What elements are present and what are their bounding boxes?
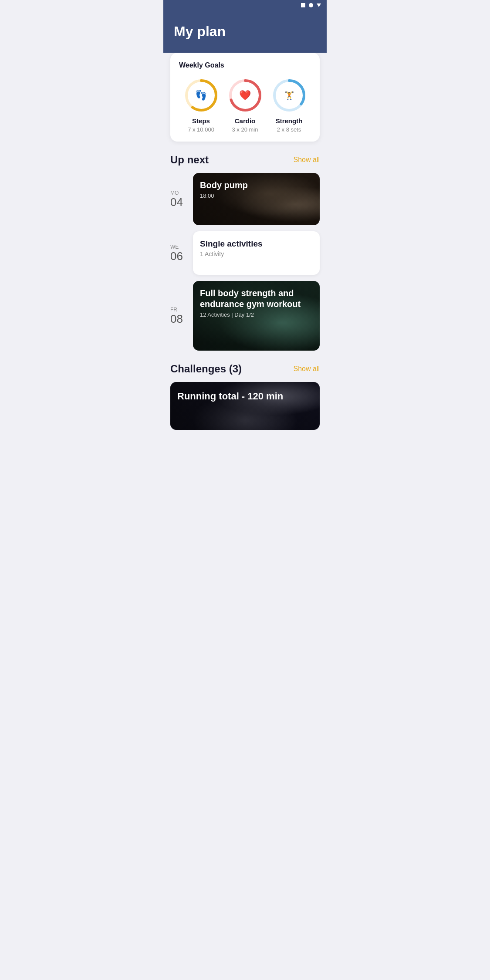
strength-sublabel: 2 x 8 sets bbox=[277, 126, 301, 133]
day-num-06: 06 bbox=[170, 250, 188, 263]
day-label-fr: FR 08 bbox=[170, 307, 188, 325]
svg-point-1 bbox=[309, 3, 313, 7]
goal-steps[interactable]: 👣 Steps 7 x 10,000 bbox=[184, 78, 219, 133]
single-activities-card[interactable]: Single activities 1 Activity bbox=[193, 231, 320, 275]
up-next-title: Up next bbox=[170, 154, 209, 166]
day-abbr-fr: FR bbox=[170, 307, 188, 313]
main-content: Weekly Goals 👣 Steps 7 x 10,000 bbox=[163, 53, 327, 430]
circle-icon bbox=[308, 3, 314, 8]
up-next-show-all[interactable]: Show all bbox=[294, 156, 320, 164]
goal-cardio[interactable]: ❤️ Cardio 3 x 20 min bbox=[228, 78, 263, 133]
list-item[interactable]: MO 04 Body pump 18:00 bbox=[170, 173, 320, 225]
pump-card-content: Body pump 18:00 bbox=[193, 173, 320, 206]
list-item[interactable]: WE 06 Single activities 1 Activity bbox=[170, 231, 320, 275]
activity-list: MO 04 Body pump 18:00 WE 06 Single activ… bbox=[170, 173, 320, 351]
day-abbr-we: WE bbox=[170, 244, 188, 250]
steps-sublabel: 7 x 10,000 bbox=[188, 126, 214, 133]
strength-icon: 🏋️ bbox=[284, 91, 294, 100]
running-challenge-content: Running total - 120 min bbox=[170, 382, 320, 411]
page-title: My plan bbox=[174, 24, 316, 40]
steps-label: Steps bbox=[192, 117, 210, 125]
up-next-header: Up next Show all bbox=[170, 154, 320, 166]
goal-strength[interactable]: 🏋️ Strength 2 x 8 sets bbox=[272, 78, 307, 133]
running-title: Running total - 120 min bbox=[177, 391, 313, 402]
square-icon bbox=[301, 3, 306, 8]
pump-subtitle: 18:00 bbox=[200, 193, 313, 199]
svg-marker-2 bbox=[317, 3, 321, 7]
gym-title: Full body strength and endurance gym wor… bbox=[200, 288, 313, 310]
gym-subtitle: 12 Activities | Day 1/2 bbox=[200, 311, 313, 318]
day-num-04: 04 bbox=[170, 196, 188, 209]
weekly-goals-title: Weekly Goals bbox=[179, 61, 311, 69]
weekly-goals-card: Weekly Goals 👣 Steps 7 x 10,000 bbox=[170, 53, 320, 142]
challenges-section: Challenges (3) Show all Running total - … bbox=[170, 363, 320, 430]
svg-rect-0 bbox=[301, 3, 305, 7]
running-challenge-card[interactable]: Running total - 120 min bbox=[170, 382, 320, 430]
steps-circle: 👣 bbox=[184, 78, 219, 113]
cardio-icon: ❤️ bbox=[239, 90, 251, 101]
strength-circle: 🏋️ bbox=[272, 78, 307, 113]
status-bar bbox=[163, 0, 327, 10]
single-subtitle: 1 Activity bbox=[200, 250, 313, 257]
challenges-title: Challenges (3) bbox=[170, 363, 242, 375]
triangle-icon bbox=[316, 3, 321, 8]
challenges-header: Challenges (3) Show all bbox=[170, 363, 320, 375]
gym-card-content: Full body strength and endurance gym wor… bbox=[193, 281, 320, 325]
goals-row: 👣 Steps 7 x 10,000 ❤️ Cardio 3 x 20 min bbox=[179, 78, 311, 133]
cardio-label: Cardio bbox=[235, 117, 256, 125]
steps-icon: 👣 bbox=[195, 90, 207, 101]
strength-label: Strength bbox=[276, 117, 303, 125]
cardio-sublabel: 3 x 20 min bbox=[232, 126, 258, 133]
day-label-we: WE 06 bbox=[170, 244, 188, 263]
single-title: Single activities bbox=[200, 239, 313, 249]
cardio-circle: ❤️ bbox=[228, 78, 263, 113]
day-label-mo: MO 04 bbox=[170, 190, 188, 209]
list-item[interactable]: FR 08 Full body strength and endurance g… bbox=[170, 281, 320, 351]
day-abbr-mo: MO bbox=[170, 190, 188, 196]
body-pump-card[interactable]: Body pump 18:00 bbox=[193, 173, 320, 225]
challenges-show-all[interactable]: Show all bbox=[294, 365, 320, 373]
day-num-08: 08 bbox=[170, 313, 188, 325]
full-body-card[interactable]: Full body strength and endurance gym wor… bbox=[193, 281, 320, 351]
pump-title: Body pump bbox=[200, 180, 313, 191]
